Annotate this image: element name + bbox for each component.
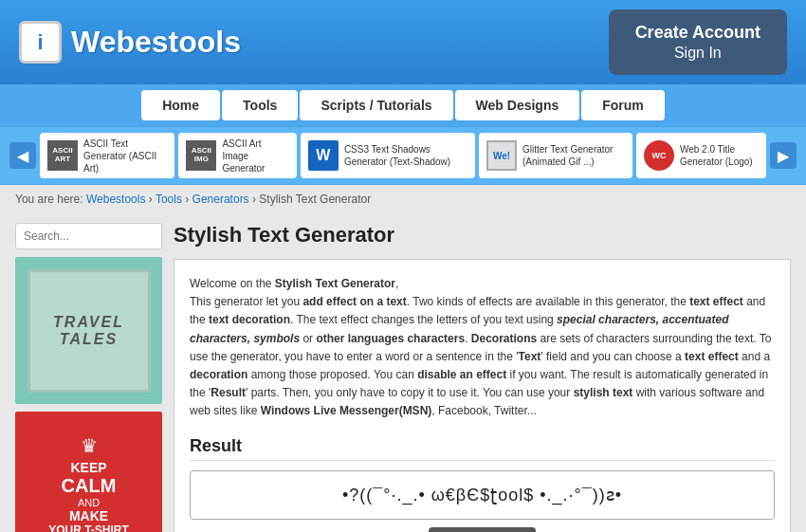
auth-box[interactable]: Create Account Sign In xyxy=(609,9,787,75)
toolbar-arrow-right[interactable]: ▶ xyxy=(770,142,797,169)
nav-scripts[interactable]: Scripts / Tutorials xyxy=(300,90,452,120)
ascii-image-icon: ASCIIIMG xyxy=(186,140,216,171)
tool-card-web20[interactable]: WC Web 2.0 Title Generator (Logo) xyxy=(636,133,766,178)
page-title: Stylish Text Generator xyxy=(174,223,791,248)
glitter-icon: We! xyxy=(486,140,517,171)
sidebar: TRAVEL TALES ♛ KEEP CALM AND MAKE YOUR T… xyxy=(15,223,162,532)
logo-text: Webestools xyxy=(71,25,241,60)
header: i Webestools Create Account Sign In xyxy=(0,0,806,84)
tool-card-css3[interactable]: W CSS3 Text Shadows Generator (Text-Shad… xyxy=(301,133,475,178)
content-box: Welcome on the Stylish Text Generator, T… xyxy=(174,259,791,532)
tool-card-ascii-text[interactable]: ASCIIART ASCII Text Generator (ASCII Art… xyxy=(40,133,174,178)
css3-icon: W xyxy=(308,140,339,171)
tool-label-glitter: Glitter Text Generator (Animated Gif ...… xyxy=(522,143,625,168)
ad-keepcalm-tshirt: YOUR T-SHIRT xyxy=(48,523,129,533)
create-account-button[interactable]: Create Account xyxy=(635,23,760,43)
intro-text: Welcome on the Stylish Text Generator, T… xyxy=(190,275,775,421)
breadcrumb-link-generators[interactable]: Generators xyxy=(192,193,249,206)
tool-label-ascii-image: ASCII Art Image Generator xyxy=(222,138,289,174)
toolbar-arrow-left[interactable]: ◀ xyxy=(9,142,36,169)
ad-keepcalm-calm: CALM xyxy=(62,475,117,497)
nav-forum[interactable]: Forum xyxy=(581,90,665,120)
ad-keepcalm-and: AND xyxy=(78,497,100,508)
tool-label-ascii-text: ASCII Text Generator (ASCII Art) xyxy=(83,138,167,174)
ascii-text-icon: ASCIIART xyxy=(47,140,78,171)
ad-keepcalm-keep: KEEP xyxy=(70,460,106,475)
tool-card-ascii-image[interactable]: ASCIIIMG ASCII Art Image Generator xyxy=(178,133,297,178)
breadcrumb-current: Stylish Text Generator xyxy=(259,193,371,206)
result-title: Result xyxy=(190,436,775,461)
breadcrumb-link-webestools[interactable]: Webestools xyxy=(86,193,145,206)
content-area: Stylish Text Generator Welcome on the St… xyxy=(174,223,791,532)
web20-icon: WC xyxy=(644,140,674,171)
nav-web-designs[interactable]: Web Designs xyxy=(455,90,580,120)
tool-card-glitter[interactable]: We! Glitter Text Generator (Animated Gif… xyxy=(479,133,632,178)
sidebar-ad-travel: TRAVEL TALES xyxy=(15,257,162,404)
logo-icon: i xyxy=(19,21,62,64)
tool-label-web20: Web 2.0 Title Generator (Logo) xyxy=(680,143,759,168)
tool-label-css3: CSS3 Text Shadows Generator (Text-Shadow… xyxy=(344,143,467,168)
main-layout: TRAVEL TALES ♛ KEEP CALM AND MAKE YOUR T… xyxy=(0,213,806,532)
ad-travel-line2: TALES xyxy=(60,331,118,348)
generate-button[interactable]: Generate xyxy=(429,527,535,533)
result-section: Result •?((¯°·._.• ω€βЄ$ʈool$ •._.·°¯))ƨ… xyxy=(190,436,775,533)
main-nav: Home Tools Scripts / Tutorials Web Desig… xyxy=(0,84,806,126)
breadcrumb-text: You are here: xyxy=(15,193,83,206)
nav-tools[interactable]: Tools xyxy=(222,90,298,120)
search-input[interactable] xyxy=(15,223,162,249)
tools-toolbar: ◀ ASCIIART ASCII Text Generator (ASCII A… xyxy=(0,126,806,185)
ad-keepcalm-make: MAKE xyxy=(69,508,108,523)
sidebar-ad-keepcalm: ♛ KEEP CALM AND MAKE YOUR T-SHIRT xyxy=(15,412,162,532)
ad-travel-line1: TRAVEL xyxy=(53,314,124,331)
logo-area: i Webestools xyxy=(19,21,241,64)
nav-home[interactable]: Home xyxy=(141,90,220,120)
sign-in-button[interactable]: Sign In xyxy=(635,45,760,62)
result-display: •?((¯°·._.• ω€βЄ$ʈool$ •._.·°¯))ƨ• xyxy=(190,470,775,520)
breadcrumb: You are here: Webestools › Tools › Gener… xyxy=(0,185,806,213)
breadcrumb-link-tools[interactable]: Tools xyxy=(156,193,182,206)
